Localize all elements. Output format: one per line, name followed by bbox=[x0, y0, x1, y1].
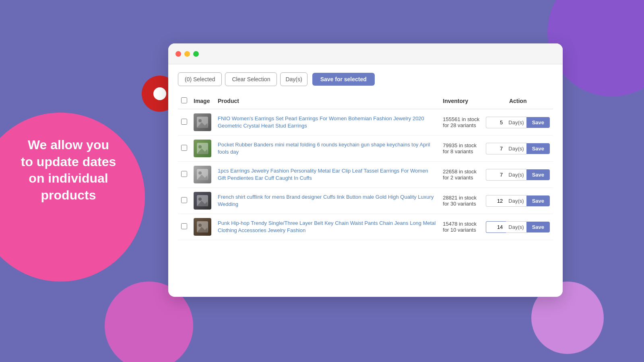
table-row: French shirt cufflink for mens Brand des… bbox=[178, 188, 553, 214]
row-checkbox[interactable] bbox=[181, 223, 187, 229]
product-thumbnail bbox=[194, 166, 211, 183]
product-thumbnail bbox=[194, 113, 211, 131]
toolbar: (0) Selected Clear Selection Day(s) Save… bbox=[178, 72, 553, 86]
header-checkbox-cell bbox=[178, 93, 190, 109]
hero-text: We allow you to update dates on individu… bbox=[8, 137, 129, 204]
svg-point-7 bbox=[198, 171, 202, 175]
browser-titlebar bbox=[168, 43, 563, 64]
selected-button[interactable]: (0) Selected bbox=[178, 72, 222, 86]
days-label: Day(s) bbox=[280, 72, 307, 86]
hero-line-2: to update dates bbox=[21, 154, 116, 169]
header-inventory: Inventory bbox=[440, 93, 483, 109]
product-name-link[interactable]: French shirt cufflink for mens Brand des… bbox=[218, 194, 433, 207]
product-name-link[interactable]: Pocket Rubber Banders mini metal folding… bbox=[218, 142, 430, 155]
action-group: Day(s)Save bbox=[486, 169, 550, 181]
table-row: 1pcs Earrings Jewelry Fashion Personalit… bbox=[178, 162, 553, 188]
row-inventory: 155561 in stockfor 28 variants bbox=[440, 109, 483, 136]
save-row-button[interactable]: Save bbox=[526, 169, 550, 180]
product-table: Image Product Inventory Action FNIO Wome… bbox=[178, 93, 553, 240]
clear-selection-button[interactable]: Clear Selection bbox=[225, 72, 277, 86]
row-checkbox-cell bbox=[178, 188, 190, 214]
save-row-button[interactable]: Save bbox=[526, 143, 550, 154]
action-group: Day(s)Save bbox=[486, 221, 550, 233]
action-group: Day(s)Save bbox=[486, 143, 550, 154]
row-checkbox[interactable] bbox=[181, 171, 187, 177]
svg-point-1 bbox=[198, 119, 202, 122]
product-name-link[interactable]: Punk Hip-hop Trendy Single/Three Layer B… bbox=[218, 220, 436, 233]
row-checkbox[interactable] bbox=[181, 197, 187, 203]
product-name-link[interactable]: 1pcs Earrings Jewelry Fashion Personalit… bbox=[218, 168, 428, 181]
row-checkbox-cell bbox=[178, 136, 190, 162]
product-thumbnail bbox=[194, 140, 211, 157]
action-group: Day(s)Save bbox=[486, 117, 550, 128]
header-product: Product bbox=[215, 93, 440, 109]
row-product-name[interactable]: Pocket Rubber Banders mini metal folding… bbox=[215, 136, 440, 162]
save-row-button[interactable]: Save bbox=[526, 222, 550, 232]
row-product-name[interactable]: Punk Hip-hop Trendy Single/Three Layer B… bbox=[215, 214, 440, 240]
window-btn-close[interactable] bbox=[175, 51, 181, 57]
browser-content: (0) Selected Clear Selection Day(s) Save… bbox=[168, 64, 563, 248]
svg-point-4 bbox=[198, 145, 202, 148]
days-suffix-label: Day(s) bbox=[506, 143, 526, 154]
days-suffix-label: Day(s) bbox=[506, 221, 526, 233]
window-btn-maximize[interactable] bbox=[193, 51, 199, 57]
window-btn-minimize[interactable] bbox=[184, 51, 190, 57]
row-action: Day(s)Save bbox=[483, 109, 553, 136]
row-action: Day(s)Save bbox=[483, 188, 553, 214]
days-input[interactable] bbox=[486, 143, 506, 154]
save-row-button[interactable]: Save bbox=[526, 117, 550, 128]
save-for-selected-button[interactable]: Save for selected bbox=[312, 73, 375, 86]
browser-window: (0) Selected Clear Selection Day(s) Save… bbox=[168, 43, 563, 297]
row-checkbox-cell bbox=[178, 162, 190, 188]
days-input[interactable] bbox=[486, 221, 506, 233]
hero-line-3: on individual bbox=[29, 171, 108, 185]
row-checkbox-cell bbox=[178, 109, 190, 136]
row-image-cell bbox=[190, 162, 215, 188]
row-action: Day(s)Save bbox=[483, 214, 553, 240]
table-row: Pocket Rubber Banders mini metal folding… bbox=[178, 136, 553, 162]
svg-point-10 bbox=[198, 197, 202, 201]
row-product-name[interactable]: FNIO Women's Earrings Set Pearl Earrings… bbox=[215, 109, 440, 136]
select-all-checkbox[interactable] bbox=[181, 97, 187, 103]
days-suffix-label: Day(s) bbox=[506, 195, 526, 207]
product-name-link[interactable]: FNIO Women's Earrings Set Pearl Earrings… bbox=[218, 115, 424, 129]
table-header-row: Image Product Inventory Action bbox=[178, 93, 553, 109]
header-image: Image bbox=[190, 93, 215, 109]
days-suffix-label: Day(s) bbox=[506, 117, 526, 128]
row-checkbox-cell bbox=[178, 214, 190, 240]
row-inventory: 28821 in stockfor 30 variants bbox=[440, 188, 483, 214]
svg-point-13 bbox=[198, 224, 202, 227]
row-image-cell bbox=[190, 109, 215, 136]
row-image-cell bbox=[190, 136, 215, 162]
action-group: Day(s)Save bbox=[486, 195, 550, 207]
product-thumbnail bbox=[194, 192, 211, 210]
header-action: Action bbox=[483, 93, 553, 109]
table-row: Punk Hip-hop Trendy Single/Three Layer B… bbox=[178, 214, 553, 240]
row-product-name[interactable]: French shirt cufflink for mens Brand des… bbox=[215, 188, 440, 214]
days-input[interactable] bbox=[486, 117, 506, 128]
row-product-name[interactable]: 1pcs Earrings Jewelry Fashion Personalit… bbox=[215, 162, 440, 188]
days-input[interactable] bbox=[486, 169, 506, 181]
days-input[interactable] bbox=[486, 195, 506, 207]
row-image-cell bbox=[190, 188, 215, 214]
table-row: FNIO Women's Earrings Set Pearl Earrings… bbox=[178, 109, 553, 136]
row-image-cell bbox=[190, 214, 215, 240]
row-checkbox[interactable] bbox=[181, 119, 187, 125]
hero-line-4: products bbox=[41, 188, 96, 202]
row-inventory: 79935 in stockfor 8 variants bbox=[440, 136, 483, 162]
row-checkbox[interactable] bbox=[181, 145, 187, 151]
hero-line-1: We allow you bbox=[28, 138, 109, 152]
row-action: Day(s)Save bbox=[483, 136, 553, 162]
record-dot-inner bbox=[153, 87, 166, 100]
save-row-button[interactable]: Save bbox=[526, 195, 550, 206]
days-suffix-label: Day(s) bbox=[506, 169, 526, 181]
product-thumbnail bbox=[194, 218, 211, 236]
row-action: Day(s)Save bbox=[483, 162, 553, 188]
row-inventory: 15478 in stockfor 10 variants bbox=[440, 214, 483, 240]
row-inventory: 22658 in stockfor 2 variants bbox=[440, 162, 483, 188]
